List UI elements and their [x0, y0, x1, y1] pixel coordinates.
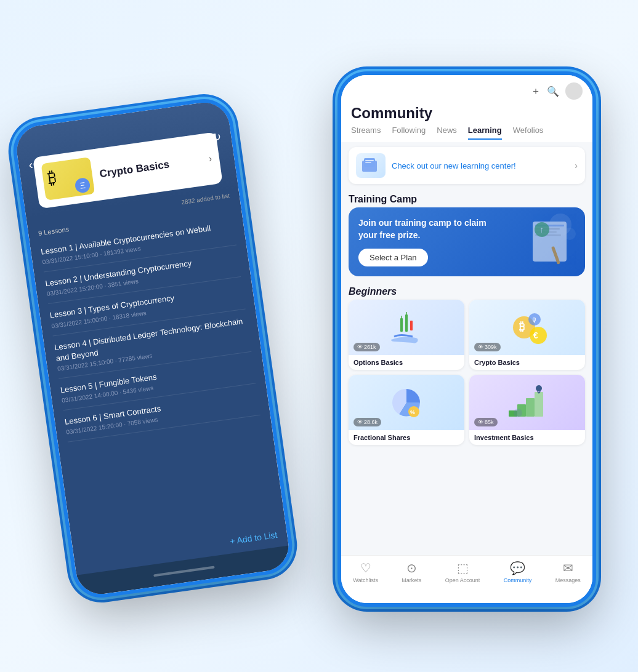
training-camp-section-title: Training Camp: [341, 189, 592, 207]
nav-item-messages[interactable]: ✉ Messages: [555, 561, 581, 583]
tab-news[interactable]: News: [437, 126, 457, 140]
nav-label-community: Community: [504, 577, 532, 583]
beginners-section-title: Beginners: [341, 281, 592, 300]
svg-rect-30: [526, 398, 535, 417]
banner-text: Check out our new learning center!: [392, 161, 568, 170]
page-title: Community: [351, 105, 583, 122]
phone-left: ‹ ↻ ₿ Ξ Crypto Basics › 2832 added to li…: [9, 95, 296, 602]
home-indicator: [436, 596, 498, 598]
course-card-fractional[interactable]: % 👁28.6k Fractional Shares: [349, 375, 464, 445]
svg-point-21: [530, 327, 547, 344]
right-header: Community Streams Following News Learnin…: [341, 102, 592, 142]
tab-learning[interactable]: Learning: [468, 126, 502, 140]
training-camp-card: Join our training camp to claim your fre…: [349, 207, 585, 276]
community-icon: 💬: [510, 561, 525, 575]
course-thumbnail: ₿ Ξ: [41, 157, 95, 201]
nav-label-open-account: Open Account: [445, 577, 480, 583]
tab-following[interactable]: Following: [392, 126, 426, 140]
svg-rect-15: [405, 314, 408, 332]
eth-icon: Ξ: [74, 177, 91, 194]
nav-item-community[interactable]: 💬 Community: [504, 561, 532, 583]
course-name-options: Options Basics: [349, 355, 464, 370]
svg-text:↑: ↑: [539, 225, 544, 234]
arrow-right-icon: ›: [208, 153, 212, 165]
banner-icon: [356, 153, 386, 178]
select-plan-button[interactable]: Select a Plan: [358, 249, 428, 266]
svg-rect-2: [365, 160, 374, 161]
view-count-crypto: 👁309k: [474, 343, 501, 351]
view-count-investment: 👁85k: [474, 418, 498, 426]
svg-text:🎙: 🎙: [531, 316, 538, 324]
phones-container: ‹ ↻ ₿ Ξ Crypto Basics › 2832 added to li…: [42, 34, 596, 638]
course-name-investment: Investment Basics: [469, 430, 585, 445]
nav-tabs: Streams Following News Learning Wefolios: [351, 126, 583, 142]
home-indicator-bar: [341, 593, 592, 603]
course-name-crypto: Crypto Basics: [469, 355, 585, 370]
open-account-icon: ⬚: [457, 561, 469, 575]
tab-wefolios[interactable]: Wefolios: [513, 126, 544, 140]
home-indicator: [153, 566, 215, 577]
course-thumb-investment: 👁85k: [469, 375, 585, 430]
course-name-fractional: Fractional Shares: [349, 430, 464, 445]
course-card-crypto[interactable]: ₿ € 🎙 👁309k Crypto Basics: [469, 300, 585, 370]
svg-text:€: €: [533, 330, 538, 340]
nav-label-messages: Messages: [555, 577, 581, 583]
back-button[interactable]: ‹: [28, 158, 34, 172]
nav-label-markets: Markets: [402, 577, 421, 583]
nav-label-watchlists: Watchlists: [353, 577, 378, 583]
view-count-options: 👁261k: [353, 343, 380, 351]
banner-arrow-icon: ›: [575, 161, 578, 170]
course-card-options[interactable]: 👁261k Options Basics: [349, 300, 464, 370]
phone-right: ＋ 🔍 Community Streams Following News Lea…: [337, 71, 596, 607]
svg-rect-16: [410, 321, 413, 330]
view-count-fractional: 👁28.6k: [353, 418, 381, 426]
training-camp-text: Join our training camp to claim your fre…: [358, 217, 488, 241]
nav-item-open-account[interactable]: ⬚ Open Account: [445, 561, 480, 583]
bottom-navigation: ♡ Watchlists ⊙ Markets ⬚ Open Account 💬 …: [341, 555, 592, 593]
lessons-list: Lesson 1 | Available Cryptocurrencies on…: [30, 212, 285, 551]
search-icon[interactable]: 🔍: [547, 86, 559, 97]
tab-streams[interactable]: Streams: [351, 126, 381, 140]
avatar[interactable]: [565, 82, 583, 100]
nav-item-markets[interactable]: ⊙ Markets: [402, 561, 421, 583]
course-card-investment[interactable]: 👁85k Investment Basics: [469, 375, 585, 445]
svg-text:%: %: [410, 409, 415, 415]
course-thumb-options: 👁261k: [349, 300, 464, 355]
beginners-grid: 👁261k Options Basics ₿ €: [341, 300, 592, 445]
svg-rect-3: [365, 162, 371, 163]
bitcoin-icon: ₿: [47, 167, 58, 188]
svg-rect-31: [535, 392, 543, 417]
status-bar: ＋ 🔍: [341, 75, 592, 102]
plus-icon[interactable]: ＋: [531, 85, 541, 98]
watchlists-icon: ♡: [360, 561, 371, 575]
nav-item-watchlists[interactable]: ♡ Watchlists: [353, 561, 378, 583]
learning-banner[interactable]: Check out our new learning center! ›: [349, 147, 585, 184]
course-thumb-crypto: ₿ € 🎙 👁309k: [469, 300, 585, 355]
course-thumb-fractional: % 👁28.6k: [349, 375, 464, 430]
svg-text:₿: ₿: [519, 321, 525, 333]
svg-point-32: [536, 385, 542, 391]
svg-rect-14: [400, 318, 403, 332]
course-title: Crypto Basics: [99, 158, 170, 180]
markets-icon: ⊙: [406, 561, 417, 575]
right-content: Check out our new learning center! › Tra…: [341, 142, 592, 555]
messages-icon: ✉: [563, 561, 573, 575]
svg-point-33: [514, 409, 522, 417]
refresh-button[interactable]: ↻: [211, 130, 222, 145]
